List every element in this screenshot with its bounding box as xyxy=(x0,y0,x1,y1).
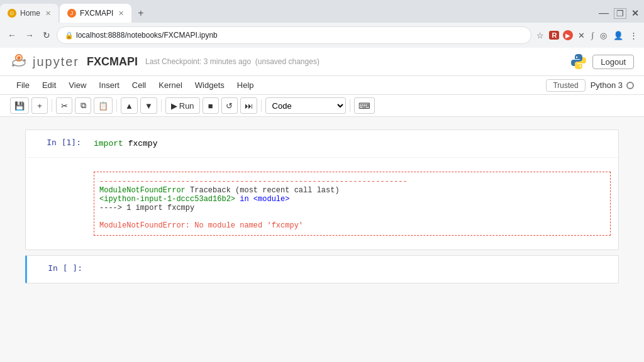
home-favicon: ⊙ xyxy=(8,9,16,18)
cell-2-source[interactable] xyxy=(90,261,616,278)
cell-1-error: ----------------------------------------… xyxy=(89,163,618,244)
notebook-title[interactable]: FXCMAPI xyxy=(87,55,138,69)
checkpoint-text: Last Checkpoint: 3 minutes ago xyxy=(145,57,251,66)
extension-icon4[interactable]: ∫ xyxy=(590,29,595,41)
extension-icon5[interactable]: ◎ xyxy=(599,30,608,41)
cell-2: In [ ]: xyxy=(27,256,618,283)
run-icon: ▶ xyxy=(171,101,177,111)
error-name: ModuleNotFoundError xyxy=(99,186,186,195)
jupyter-header: jupyter FXCMAPI Last Checkpoint: 3 minut… xyxy=(0,48,644,76)
cell-1-output-row: ----------------------------------------… xyxy=(26,160,618,247)
toolbar-separator-5 xyxy=(350,99,350,112)
bookmark-icon[interactable]: ☆ xyxy=(535,30,545,41)
cell-2-content[interactable] xyxy=(90,258,618,280)
jupyter-logo: jupyter xyxy=(10,53,79,70)
menu-insert[interactable]: Insert xyxy=(92,79,126,92)
jupyter-logo-text: jupyter xyxy=(33,55,79,69)
paste-button[interactable]: 📋 xyxy=(94,97,113,114)
lock-icon: 🔒 xyxy=(65,31,74,40)
cell-2-prompt: In [ ]: xyxy=(27,258,90,278)
module-name: fxcmpy xyxy=(128,139,158,148)
copy-button[interactable]: ⧉ xyxy=(75,97,91,114)
cell-1-container: In [1]: import fxcmpy ----------------- xyxy=(25,129,619,250)
menu-dots-icon[interactable]: ⋮ xyxy=(628,30,639,41)
menu-kernel[interactable]: Kernel xyxy=(152,79,189,92)
cell-type-select[interactable]: Code Markdown Raw NBConvert xyxy=(265,97,346,114)
run-label: Run xyxy=(179,101,194,111)
fast-forward-button[interactable]: ⏭ xyxy=(240,97,257,114)
error-message-line: ModuleNotFoundError: No module named 'fx… xyxy=(99,221,605,230)
cell-1-output: ----------------------------------------… xyxy=(26,157,618,250)
move-up-button[interactable]: ▲ xyxy=(121,97,138,114)
extension-icon3[interactable]: ✕ xyxy=(577,30,586,41)
move-down-button[interactable]: ▼ xyxy=(140,97,157,114)
svg-point-4 xyxy=(23,59,26,62)
new-tab-button[interactable]: + xyxy=(133,8,148,19)
error-location: <ipython-input-1-dccc53ad16b2> in <modul… xyxy=(99,195,605,204)
traceback-text: Traceback (most recent call last) xyxy=(190,186,340,195)
tab-home-close[interactable]: ✕ xyxy=(45,9,51,18)
menu-right: Trusted Python 3 xyxy=(546,79,634,92)
notebook-content: In [1]: import fxcmpy ----------------- xyxy=(0,117,644,362)
forward-button[interactable]: → xyxy=(23,28,36,43)
menu-bar: File Edit View Insert Cell Kernel Widget… xyxy=(0,76,644,95)
svg-point-5 xyxy=(576,57,577,58)
maximize-button[interactable]: ❐ xyxy=(614,8,626,19)
cell-2-container: In [ ]: xyxy=(25,255,619,283)
url-text: localhost:8888/notebooks/FXCMAPI.ipynb xyxy=(76,31,523,40)
toolbar-separator-3 xyxy=(161,99,162,112)
kernel-status-circle xyxy=(626,82,634,89)
checkpoint-info: Last Checkpoint: 3 minutes ago (unsaved … xyxy=(145,57,319,66)
window-controls: — ❐ ✕ xyxy=(599,8,644,19)
browser-window: ⊙ Home ✕ J FXCMAPI ✕ + — ❐ ✕ ← → ↻ 🔒 loc… xyxy=(0,0,644,362)
back-button[interactable]: ← xyxy=(5,28,19,43)
extension-icon2[interactable]: ▶ xyxy=(563,30,573,40)
logout-button[interactable]: Logout xyxy=(592,55,634,69)
profile-icon[interactable]: 👤 xyxy=(612,30,625,41)
notebook-toolbar: 💾 + ✂ ⧉ 📋 ▲ ▼ ▶ Run ■ ↺ ⏭ Code Markdown … xyxy=(0,95,644,117)
restart-button[interactable]: ↺ xyxy=(221,97,238,114)
menu-view[interactable]: View xyxy=(62,79,92,92)
tab-fxcmapi[interactable]: J FXCMAPI ✕ xyxy=(60,4,131,23)
unsaved-text: (unsaved changes) xyxy=(255,57,319,66)
cell-1-source[interactable]: import fxcmpy xyxy=(89,135,616,152)
svg-point-6 xyxy=(580,65,581,67)
cell-1-content: import fxcmpy xyxy=(89,133,618,155)
save-button[interactable]: 💾 xyxy=(10,97,29,114)
cell-1-output-prompt xyxy=(26,163,89,173)
menu-widgets[interactable]: Widgets xyxy=(189,79,231,92)
kernel-name: Python 3 xyxy=(591,80,623,90)
url-bar[interactable]: 🔒 localhost:8888/notebooks/FXCMAPI.ipynb xyxy=(57,26,531,44)
menu-file[interactable]: File xyxy=(10,79,36,92)
address-bar: ← → ↻ 🔒 localhost:8888/notebooks/FXCMAPI… xyxy=(0,23,644,48)
error-output: ----------------------------------------… xyxy=(89,165,616,242)
error-blank xyxy=(99,212,605,221)
toolbar-separator-1 xyxy=(52,99,52,112)
error-header: ModuleNotFoundError Traceback (most rece… xyxy=(99,186,605,195)
menu-edit[interactable]: Edit xyxy=(36,79,62,92)
menu-cell[interactable]: Cell xyxy=(126,79,152,92)
browser-toolbar-icons: ☆ R ▶ ✕ ∫ ◎ 👤 ⋮ xyxy=(535,29,639,41)
tab-home[interactable]: ⊙ Home ✕ xyxy=(0,4,58,23)
cut-button[interactable]: ✂ xyxy=(56,97,72,114)
tab-home-label: Home xyxy=(20,9,40,18)
cell-1-prompt: In [1]: xyxy=(26,133,89,152)
kernel-info: Python 3 xyxy=(591,80,634,90)
tab-fxcmapi-label: FXCMAPI xyxy=(80,9,113,18)
refresh-button[interactable]: ↻ xyxy=(40,28,53,43)
add-cell-button[interactable]: + xyxy=(31,97,48,114)
error-message-text: ModuleNotFoundError: No module named 'fx… xyxy=(99,221,303,230)
import-keyword: import xyxy=(94,139,123,148)
extension-icon1[interactable]: R xyxy=(549,31,559,40)
close-button[interactable]: ✕ xyxy=(631,8,639,18)
tab-fxcmapi-close[interactable]: ✕ xyxy=(118,9,124,18)
error-arrow-line: ----> 1 import fxcmpy xyxy=(99,204,605,212)
error-location-text: <ipython-input-1-dccc53ad16b2> in <modul… xyxy=(99,195,289,204)
run-button[interactable]: ▶ Run xyxy=(165,97,200,114)
tab-bar: ⊙ Home ✕ J FXCMAPI ✕ + — ❐ ✕ xyxy=(0,0,644,23)
menu-help[interactable]: Help xyxy=(231,79,260,92)
keyboard-shortcut-button[interactable]: ⌨ xyxy=(354,97,375,114)
trusted-button[interactable]: Trusted xyxy=(546,79,585,92)
minimize-button[interactable]: — xyxy=(599,8,609,19)
stop-button[interactable]: ■ xyxy=(203,97,219,114)
